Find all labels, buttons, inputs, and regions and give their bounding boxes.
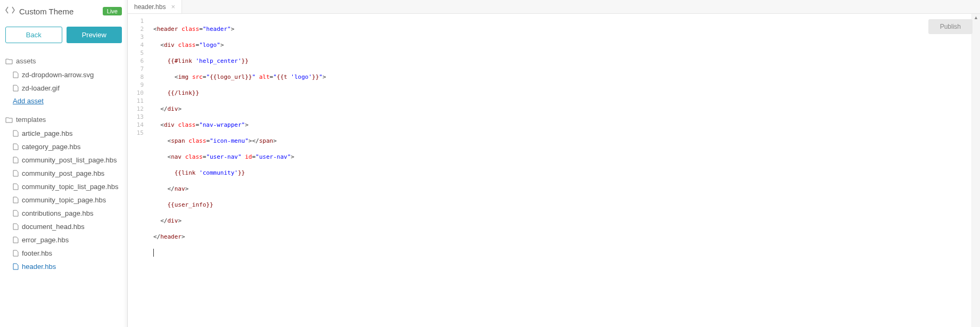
template-item[interactable]: error_page.hbs	[5, 233, 122, 247]
template-label: document_head.hbs	[22, 223, 85, 231]
folder-icon	[5, 117, 13, 123]
template-label: community_post_list_page.hbs	[22, 156, 117, 164]
file-icon	[13, 143, 19, 150]
file-icon	[13, 183, 19, 190]
scroll-up-icon[interactable]: ▲	[974, 15, 978, 20]
folder-templates[interactable]: templates	[5, 112, 122, 127]
template-item[interactable]: article_page.hbs	[5, 127, 122, 140]
template-item[interactable]: category_page.hbs	[5, 140, 122, 153]
file-icon	[13, 210, 19, 217]
file-icon	[13, 170, 19, 177]
sidebar-header: Custom Theme Live	[0, 0, 127, 22]
file-icon	[13, 197, 19, 203]
code-editor[interactable]: 123456789101112131415 <header class="hea…	[128, 14, 980, 327]
template-label: article_page.hbs	[22, 129, 72, 137]
folder-icon	[5, 58, 13, 64]
template-item[interactable]: community_post_page.hbs	[5, 167, 122, 180]
file-icon	[13, 157, 19, 164]
template-item[interactable]: community_topic_page.hbs	[5, 193, 122, 207]
app-root: Custom Theme Live Back Preview assets zd…	[0, 0, 980, 327]
file-tree: assets zd-dropdown-arrow.svg zd-loader.g…	[0, 54, 127, 279]
line-gutter: 123456789101112131415	[128, 14, 148, 327]
asset-label: zd-dropdown-arrow.svg	[22, 71, 94, 79]
template-label: community_topic_page.hbs	[22, 196, 106, 204]
template-item[interactable]: community_post_list_page.hbs	[5, 153, 122, 167]
asset-item[interactable]: zd-dropdown-arrow.svg	[5, 68, 122, 81]
tab-bar: header.hbs ×	[128, 0, 980, 14]
file-icon	[13, 263, 19, 270]
template-label: footer.hbs	[22, 249, 52, 257]
code-icon	[5, 6, 15, 16]
file-icon	[13, 236, 19, 243]
asset-label: zd-loader.gif	[22, 84, 60, 92]
file-icon	[13, 85, 19, 92]
sidebar: Custom Theme Live Back Preview assets zd…	[0, 0, 128, 327]
live-badge: Live	[103, 7, 122, 15]
template-item[interactable]: contributions_page.hbs	[5, 207, 122, 220]
asset-item[interactable]: zd-loader.gif	[5, 81, 122, 95]
publish-wrap: Publish	[928, 19, 973, 34]
template-label: community_post_page.hbs	[22, 169, 104, 177]
code-content[interactable]: <header class="header"> <div class="logo…	[148, 14, 971, 327]
add-asset-link[interactable]: Add asset	[5, 95, 122, 112]
file-icon	[13, 71, 19, 78]
folder-label: assets	[16, 57, 36, 65]
file-icon	[13, 223, 19, 230]
template-label: community_topic_list_page.hbs	[22, 183, 118, 191]
template-item[interactable]: community_topic_list_page.hbs	[5, 180, 122, 193]
template-item[interactable]: footer.hbs	[5, 247, 122, 260]
preview-button[interactable]: Preview	[67, 27, 122, 43]
editor-tab[interactable]: header.hbs ×	[128, 0, 182, 13]
sidebar-actions: Back Preview	[0, 22, 127, 54]
tab-label: header.hbs	[134, 3, 166, 11]
file-icon	[13, 250, 19, 257]
editor-scrollbar[interactable]: ▲	[971, 14, 980, 327]
template-item-active[interactable]: header.hbs	[5, 260, 122, 273]
template-label: header.hbs	[22, 263, 56, 271]
template-label: category_page.hbs	[22, 143, 81, 151]
page-title: Custom Theme	[19, 7, 98, 16]
template-label: error_page.hbs	[22, 236, 69, 244]
file-icon	[13, 130, 19, 137]
template-item[interactable]: document_head.hbs	[5, 220, 122, 233]
main-area: header.hbs × 123456789101112131415 <head…	[128, 0, 980, 327]
folder-assets[interactable]: assets	[5, 54, 122, 68]
back-button[interactable]: Back	[5, 27, 62, 43]
folder-label: templates	[16, 116, 46, 124]
publish-button[interactable]: Publish	[928, 19, 973, 34]
close-icon[interactable]: ×	[171, 3, 175, 11]
template-label: contributions_page.hbs	[22, 209, 93, 217]
